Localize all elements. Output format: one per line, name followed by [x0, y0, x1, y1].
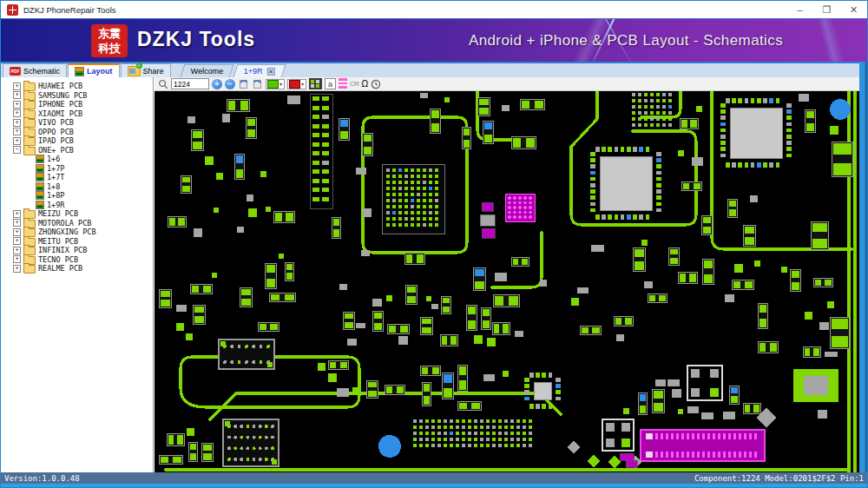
tree-item-label: MEIZU PCB: [38, 209, 78, 218]
sidebar: +HUAWEI PCB+SAMSUNG PCB+IPHONE PCB+XIAOM…: [1, 77, 154, 472]
tree-item-label: 1+8P: [47, 191, 64, 200]
tree-item-label: TECNO PCB: [38, 255, 78, 264]
rotate-left-button[interactable]: [238, 78, 249, 89]
pads-file-icon: [36, 201, 44, 209]
close-button[interactable]: ✕: [840, 1, 867, 18]
main-tab-layout[interactable]: Layout: [68, 63, 120, 77]
tree-item-1-7t[interactable]: 1+7T: [1, 173, 153, 182]
labels-toggle-icon[interactable]: a: [325, 78, 336, 89]
pcb-tree: +HUAWEI PCB+SAMSUNG PCB+IPHONE PCB+XIAOM…: [1, 82, 153, 274]
app-window: DZKJ PhoneRepair Tools – ❐ ✕ 东震科技 DZKJ T…: [0, 0, 868, 488]
magnifier-icon: [158, 78, 168, 89]
tree-item-label: 1+9R: [47, 201, 64, 209]
net-rats-icon[interactable]: [339, 78, 347, 89]
tree-item-one-pcb[interactable]: −ONE+ PCB: [1, 146, 153, 155]
expand-icon[interactable]: +: [13, 247, 21, 254]
brand-name: DZKJ Tools: [137, 28, 255, 51]
tree-item-label: REALME PCB: [38, 264, 82, 273]
window-right-border: [859, 62, 867, 474]
rotate-right-button[interactable]: [252, 78, 263, 89]
share-icon: [128, 66, 141, 76]
expand-icon[interactable]: +: [13, 137, 21, 145]
tree-item-label: ZHONGXING PCB: [38, 228, 96, 236]
tree-item-label: MOTOROLA PCB: [38, 219, 91, 228]
expand-icon[interactable]: +: [13, 228, 21, 236]
tree-item-label: 1+6: [47, 155, 60, 163]
expand-icon[interactable]: +: [13, 265, 21, 273]
tree-item-label: XIAOMI PCB: [38, 109, 82, 118]
status-bar: Version:1.0.0.48 Component:1224 Model:02…: [1, 472, 867, 487]
banner: 东震科技 DZKJ Tools Android + iPhone & PCB L…: [1, 18, 867, 62]
zoom-in-button[interactable]: +: [212, 79, 222, 89]
expand-icon[interactable]: +: [13, 219, 21, 227]
main-tab-schematic[interactable]: PDFSchematic: [3, 63, 67, 77]
tree-item-label: 1+7P: [47, 164, 64, 173]
bottom-layer-color-button[interactable]: ▾: [287, 79, 306, 89]
pads-file-icon: [36, 164, 44, 173]
folder-icon: [23, 147, 36, 155]
doc-tab-label: Welcome: [190, 67, 222, 76]
document-tab-bar: Welcome1+9R✕: [182, 64, 287, 77]
doc-tab-welcome[interactable]: Welcome: [180, 64, 233, 77]
main-tab-label: Schematic: [23, 67, 60, 76]
banner-tagline: Android + iPhone & PCB Layout - Schemati…: [435, 32, 817, 49]
collapse-icon[interactable]: −: [13, 146, 21, 154]
tree-item-label: IPAD PCB: [38, 136, 74, 145]
tree-item-1-7p[interactable]: 1+7P: [1, 164, 153, 174]
zoom-out-button[interactable]: −: [225, 79, 235, 89]
top-layer-color-button[interactable]: ▾: [266, 79, 285, 89]
expand-icon[interactable]: +: [13, 128, 21, 135]
resistance-tool-icon[interactable]: Ω: [362, 79, 369, 89]
pads-icon: [75, 67, 84, 76]
pcb-canvas[interactable]: [155, 91, 859, 474]
history-icon[interactable]: [371, 78, 381, 89]
expand-icon[interactable]: +: [13, 119, 21, 127]
toolbar: + − ▾ ▾ a CR Ω: [155, 77, 859, 91]
version-label: Version:1.0.0.48: [4, 474, 80, 483]
brand-logo: 东震科技: [91, 24, 128, 57]
pads-file-icon: [36, 173, 44, 181]
window-title: DZKJ PhoneRepair Tools: [23, 5, 116, 15]
main-tab-bar: PDFSchematicLayoutShare Welcome1+9R✕: [1, 62, 867, 77]
tree-item-label: IPHONE PCB: [38, 100, 82, 109]
tree-item-label: 1+8: [47, 182, 60, 191]
pads-file-icon: [36, 155, 44, 163]
expand-icon[interactable]: +: [13, 237, 21, 245]
tree-item-label: OPPO PCB: [38, 128, 74, 136]
expand-icon[interactable]: +: [13, 109, 21, 117]
component-info-label: Component:1224 Model:0201$2F$2 Pin:1: [694, 474, 864, 483]
maximize-button[interactable]: ❐: [813, 1, 840, 18]
main-tab-label: Layout: [87, 67, 113, 76]
pads-file-icon: [36, 182, 44, 191]
tree-item-1-8p[interactable]: 1+8P: [1, 191, 153, 201]
main-tab-share[interactable]: Share: [121, 63, 171, 77]
minimize-button[interactable]: –: [786, 1, 813, 18]
expand-icon[interactable]: +: [13, 101, 21, 109]
expand-icon[interactable]: +: [13, 210, 21, 218]
tree-item-label: VIVO PCB: [38, 118, 74, 127]
pcb-layout-drawing[interactable]: [155, 91, 859, 474]
layers-icon[interactable]: [309, 78, 322, 89]
tree-item-1-6[interactable]: 1+6: [1, 155, 153, 164]
expand-icon[interactable]: +: [13, 91, 21, 99]
expand-icon[interactable]: +: [13, 82, 21, 90]
expand-icon[interactable]: +: [13, 255, 21, 263]
tree-item-1-8[interactable]: 1+8: [1, 182, 153, 192]
doc-tab-1+9r[interactable]: 1+9R✕: [233, 64, 286, 77]
main-tab-label: Share: [143, 67, 164, 76]
tree-item-label: 1+7T: [47, 173, 64, 181]
tree-item-label: ONE+ PCB: [38, 146, 74, 155]
zoom-level-input[interactable]: [171, 78, 209, 89]
tree-item-label: SAMSUNG PCB: [38, 91, 87, 100]
title-bar: DZKJ PhoneRepair Tools – ❐ ✕: [1, 1, 867, 18]
app-icon: [7, 4, 18, 16]
tree-item-label: MEITU PCB: [38, 237, 78, 246]
tree-item-realme-pcb[interactable]: +REALME PCB: [1, 264, 153, 274]
pdf-icon: PDF: [10, 67, 21, 76]
close-tab-icon[interactable]: ✕: [267, 68, 275, 76]
doc-tab-label: 1+9R: [244, 67, 263, 76]
tree-item-label: INFINIX PCB: [38, 246, 87, 254]
cr-tool-label[interactable]: CR: [350, 80, 359, 88]
tree-item-label: HUAWEI PCB: [38, 82, 82, 90]
folder-icon: [23, 265, 36, 274]
